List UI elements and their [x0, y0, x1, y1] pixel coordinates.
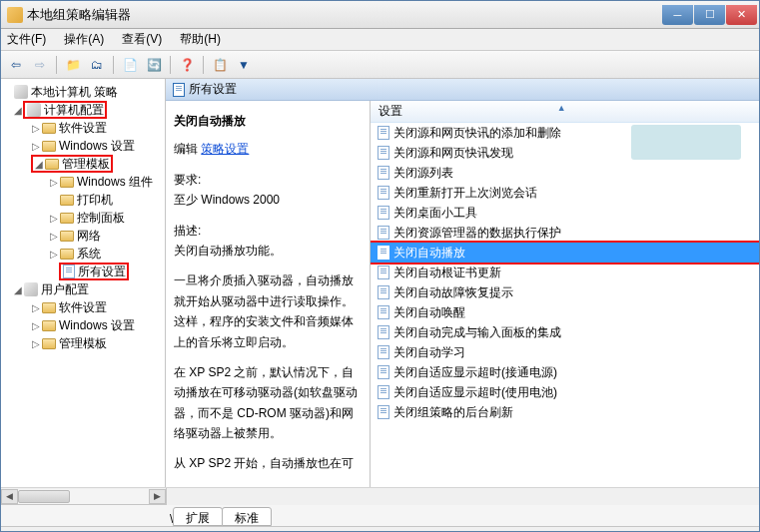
up-button[interactable]: 📁: [62, 54, 84, 76]
folder-icon: [60, 231, 74, 242]
folder-icon: [42, 302, 56, 313]
list-row[interactable]: 关闭自适应显示超时(接通电源): [371, 362, 759, 382]
page-icon: [378, 365, 389, 379]
close-button[interactable]: [726, 5, 757, 25]
scroll-left-button[interactable]: ◀: [1, 489, 18, 504]
action-button[interactable]: 📋: [209, 54, 231, 76]
list-row[interactable]: 关闭自动故障恢复提示: [371, 282, 759, 302]
settings-list[interactable]: 关闭源和网页快讯的添加和删除关闭源和网页快讯发现关闭源列表关闭重新打开上次浏览会…: [371, 123, 759, 487]
page-icon: [378, 325, 389, 339]
list-row-label: 关闭自适应显示超时(接通电源): [393, 364, 557, 381]
help-button[interactable]: ❓: [176, 54, 198, 76]
filter-button[interactable]: ▼: [233, 54, 255, 76]
tree-label: 管理模板: [59, 335, 107, 352]
menu-file[interactable]: 文件(F): [7, 31, 46, 48]
list-row[interactable]: 关闭自动唤醒: [371, 302, 759, 322]
folder-icon: [45, 159, 59, 170]
page-icon: [173, 83, 185, 97]
page-icon: [378, 126, 389, 140]
list-header[interactable]: 设置 ▲: [371, 101, 759, 123]
list-row[interactable]: 关闭资源管理器的数据执行保护: [371, 223, 759, 243]
list-row-label: 关闭组策略的后台刷新: [393, 404, 513, 421]
refresh-button[interactable]: 🔄: [143, 54, 165, 76]
list-row[interactable]: 关闭自动播放: [371, 243, 759, 263]
list-row-label: 关闭自动根证书更新: [393, 265, 501, 281]
menu-view[interactable]: 查看(V): [122, 31, 162, 48]
highlight-box: ◢ 管理模板: [31, 155, 113, 173]
menu-action[interactable]: 操作(A): [64, 31, 104, 48]
forward-button[interactable]: ⇨: [29, 54, 51, 76]
desc-paragraph: 一旦将介质插入驱动器，自动播放就开始从驱动器中进行读取操作。这样，程序的安装文件…: [174, 270, 362, 352]
tree-item[interactable]: ▷ Windows 组件: [3, 173, 163, 191]
folder-icon: [60, 213, 74, 224]
tree-label: 用户配置: [41, 281, 89, 298]
tree-item[interactable]: ▷ 软件设置: [3, 298, 163, 316]
tree-label: Windows 组件: [77, 174, 153, 191]
maximize-button[interactable]: [694, 5, 725, 25]
tree-item[interactable]: ▷ 系统: [3, 245, 163, 263]
list-row[interactable]: 关闭自动完成与输入面板的集成: [371, 322, 759, 342]
user-icon: [24, 282, 38, 296]
list-row-label: 关闭自动学习: [393, 344, 465, 361]
list-row[interactable]: 关闭桌面小工具: [371, 203, 759, 223]
minimize-button[interactable]: [662, 5, 693, 25]
tree-item[interactable]: ◢ 用户配置: [3, 280, 163, 298]
page-icon: [378, 186, 389, 200]
list-row[interactable]: 关闭自动学习: [371, 342, 759, 362]
computer-icon: [27, 103, 41, 117]
tree-label[interactable]: 计算机配置: [44, 102, 104, 119]
tree-root[interactable]: 本地计算机 策略: [3, 83, 163, 101]
list-row-label: 关闭自动完成与输入面板的集成: [393, 324, 561, 341]
tree-label: 网络: [77, 228, 101, 245]
tree-panel[interactable]: 本地计算机 策略 ◢ 计算机配置 ▷ 软件设置 ▷ Windows 设置 ◢ 管…: [1, 79, 166, 487]
policy-settings-link[interactable]: 策略设置: [201, 142, 249, 156]
menu-help[interactable]: 帮助(H): [180, 31, 221, 48]
show-hide-tree-button[interactable]: 🗂: [86, 54, 108, 76]
artifact-overlay: [631, 125, 741, 160]
toolbar: ⇦ ⇨ 📁 🗂 📄 🔄 ❓ 📋 ▼: [1, 51, 759, 79]
expander-icon[interactable]: ◢: [34, 159, 44, 170]
tree-label[interactable]: 管理模板: [62, 156, 110, 173]
tree-horizontal-scrollbar[interactable]: ◀ ▶: [1, 487, 759, 504]
requirements-value: 至少 Windows 2000: [174, 190, 362, 210]
scroll-thumb[interactable]: [18, 490, 70, 503]
tree-item[interactable]: ▷ 网络: [3, 227, 163, 245]
list-row[interactable]: 关闭源列表: [371, 163, 759, 183]
edit-label: 编辑: [174, 142, 198, 156]
export-button[interactable]: 📄: [119, 54, 141, 76]
tree-item[interactable]: ▷ Windows 设置: [3, 316, 163, 334]
list-row-label: 关闭自适应显示超时(使用电池): [393, 384, 557, 401]
scroll-right-button[interactable]: ▶: [149, 489, 166, 504]
tree-label: Windows 设置: [59, 138, 135, 155]
list-row-label: 关闭源和网页快讯的添加和删除: [393, 125, 561, 142]
tab-standard[interactable]: 标准: [222, 507, 272, 526]
tree-label: 本地计算机 策略: [31, 84, 118, 101]
tree-item[interactable]: ▷ Windows 设置: [3, 137, 163, 155]
description-pane: 关闭自动播放 编辑 策略设置 要求: 至少 Windows 2000 描述: 关…: [166, 101, 371, 487]
tree-item[interactable]: ▷ 管理模板: [3, 334, 163, 352]
content-header-title: 所有设置: [189, 81, 237, 98]
list-row[interactable]: 关闭重新打开上次浏览会话: [371, 183, 759, 203]
sort-indicator-icon: ▲: [557, 103, 566, 113]
page-icon: [378, 226, 389, 240]
expander-icon[interactable]: ◢: [13, 105, 23, 116]
tree-item[interactable]: 打印机: [3, 191, 163, 209]
page-icon: [378, 385, 389, 399]
tree-label: 软件设置: [59, 120, 107, 137]
list-row[interactable]: 关闭组策略的后台刷新: [371, 402, 759, 422]
tree-item[interactable]: ▷ 软件设置: [3, 119, 163, 137]
tree-item[interactable]: ▷ 控制面板: [3, 209, 163, 227]
status-bar: 1642 个设置: [1, 526, 759, 532]
highlight-box: 计算机配置: [23, 101, 107, 119]
folder-icon: [42, 320, 56, 331]
list-row[interactable]: 关闭自动根证书更新: [371, 263, 759, 282]
list-row[interactable]: 关闭自适应显示超时(使用电池): [371, 382, 759, 402]
list-row-label: 关闭自动故障恢复提示: [393, 284, 513, 301]
page-icon: [378, 266, 389, 279]
back-button[interactable]: ⇦: [5, 54, 27, 76]
tab-extended[interactable]: 扩展: [173, 507, 223, 526]
tree-label[interactable]: 所有设置: [78, 264, 126, 280]
folder-icon: [60, 249, 74, 260]
description-title: 关闭自动播放: [174, 111, 362, 131]
list-row-label: 关闭自动播放: [393, 245, 465, 262]
